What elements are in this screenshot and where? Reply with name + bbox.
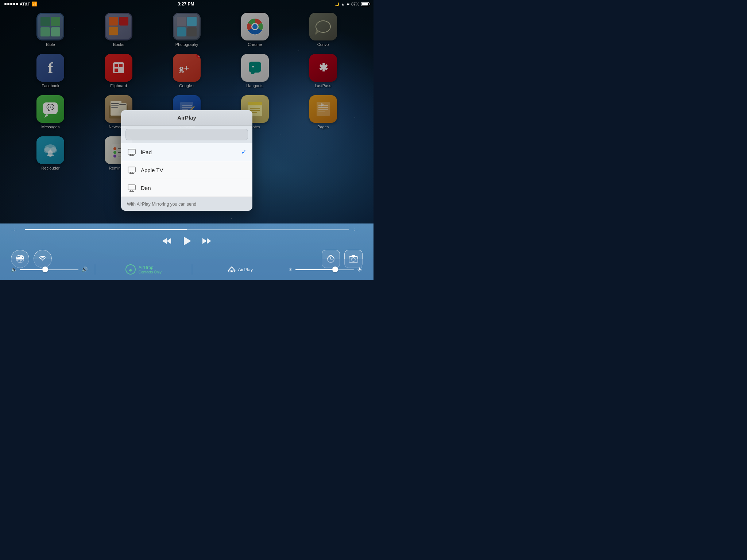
den-monitor-svg [128,184,136,192]
airplay-device-appletv[interactable]: Apple TV [121,161,252,179]
svg-marker-54 [202,238,207,244]
wifi-icon: 📶 [32,1,37,7]
bluetooth-icon: ✱ [347,2,349,6]
control-top-row: --:-- --:-- [0,223,374,235]
status-left: AT&T 📶 [4,1,37,7]
popup-footer: With AirPlay Mirroring you can send [121,197,252,211]
signal-dot-1 [4,3,7,5]
battery-percent: 87% [351,2,359,6]
svg-rect-66 [128,149,135,154]
progress-bar[interactable] [25,229,349,230]
brightness-thumb [332,267,338,272]
svg-marker-53 [184,237,191,245]
device-name-appletv: Apple TV [141,167,247,173]
signal-dot-4 [13,3,15,5]
popup-header: AirPlay [121,110,252,126]
svg-point-63 [130,271,131,272]
signal-dots [4,3,18,5]
brightness-high-icon: ☀ [357,265,363,273]
signal-dot-5 [16,3,18,5]
volume-fill [20,269,43,270]
battery-icon [361,2,369,6]
airdrop-sub: Contacts Only [139,270,162,274]
signal-dot-2 [7,3,9,5]
appletv-device-icon [127,166,136,174]
carrier-label: AT&T [20,2,30,6]
fast-forward-icon [202,236,212,246]
airdrop-label: AirDrop: [139,265,162,270]
popup-footer-text: With AirPlay Mirroring you can send [127,202,196,207]
progress-end: --:-- [352,227,363,232]
rewind-button[interactable] [162,236,172,246]
volume-thumb [42,267,48,272]
play-button[interactable] [181,235,193,247]
ipad-checkmark: ✓ [241,148,247,156]
moon-icon: 🌙 [335,2,339,6]
airplay-label: AirPlay [238,267,253,272]
appletv-monitor-svg [128,167,136,174]
airdrop-section[interactable]: AirDrop: Contacts Only [95,264,192,275]
rewind-icon [162,236,172,246]
transport-controls [0,235,374,247]
progress-start: --:-- [11,227,22,232]
airplay-popup: AirPlay iPad ✓ Apple TV [121,110,252,211]
airdrop-text: AirDrop: Contacts Only [139,265,162,274]
svg-marker-51 [162,238,167,244]
svg-marker-52 [167,238,171,244]
airdrop-signal-icon [128,267,133,272]
airplay-bottom-icon [228,266,236,273]
location-icon: ▲ [341,2,345,6]
device-name-den: Den [141,185,247,191]
signal-dot-3 [10,3,12,5]
status-bar: AT&T 📶 3:27 PM 🌙 ▲ ✱ 87% [0,0,374,8]
bottom-bar: 🔈 🔊 AirDrop: Contacts Only AirPlay [0,259,374,280]
battery-fill [362,3,368,5]
svg-rect-74 [128,185,135,190]
ipad-monitor-svg [128,149,136,156]
brightness-low-icon: ☀ [289,267,293,272]
popup-title: AirPlay [177,114,196,121]
svg-rect-70 [128,167,135,172]
brightness-slider[interactable] [295,269,354,270]
volume-section: 🔈 🔊 [11,267,88,272]
brightness-section: ☀ ☀ [289,265,363,273]
progress-section: --:-- --:-- [11,227,363,232]
airplay-device-ipad[interactable]: iPad ✓ [121,143,252,161]
fast-forward-button[interactable] [202,236,212,246]
progress-bar-fill [25,229,187,230]
svg-marker-55 [207,238,211,244]
volume-high-icon: 🔊 [81,267,88,272]
ipad-device-icon [127,148,136,156]
time-display: 3:27 PM [178,1,194,7]
device-name-ipad: iPad [141,149,237,155]
airplay-section-bottom[interactable]: AirPlay [200,266,282,273]
brightness-fill [295,269,333,270]
status-right: 🌙 ▲ ✱ 87% [335,2,369,6]
airplay-device-den[interactable]: Den [121,179,252,197]
popup-search-bar [125,129,248,140]
volume-low-icon: 🔈 [11,267,17,272]
volume-slider[interactable] [20,269,78,270]
den-device-icon [127,184,136,192]
airdrop-icon [125,264,136,275]
play-icon [181,235,193,247]
